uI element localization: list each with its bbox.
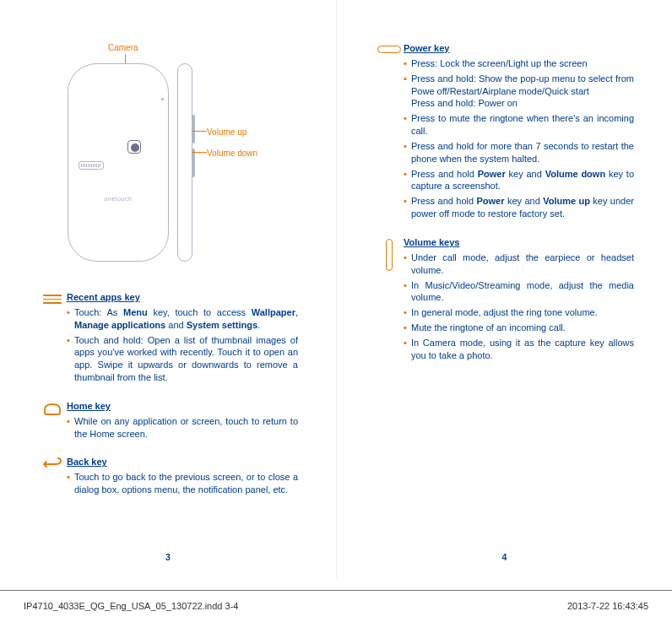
power-key-section: Power key Press: Lock the screen/Light u…	[375, 42, 634, 223]
home-key-section: Home key While on any application or scr…	[38, 400, 298, 443]
phone-back: onetouch	[68, 63, 169, 262]
recent-apps-section: Recent apps key Touch: As Menu key, touc…	[38, 291, 298, 387]
recent-apps-icon	[38, 295, 67, 304]
list-item: Press and hold Power key and Volume down…	[404, 168, 634, 193]
list-item: Press and hold for more than 7 seconds t…	[404, 140, 634, 165]
list-item: In Music/Video/Streaming mode, adjust th…	[404, 279, 634, 305]
home-icon	[42, 401, 62, 416]
page-number-right: 4	[337, 551, 672, 563]
volume-keys-icon	[386, 239, 393, 271]
phone-diagram: Camera onetouch Volume up Volume down	[51, 42, 270, 274]
power-key-title: Power key	[404, 42, 634, 55]
footer-filename: IP4710_4033E_QG_Eng_USA_05_130722.indd 3…	[24, 600, 238, 613]
back-icon	[41, 457, 63, 472]
volume-up-button	[192, 115, 195, 143]
volume-down-label: Volume down	[207, 148, 257, 160]
list-item: In Camera mode, using it as the capture …	[404, 337, 634, 362]
list-item: Touch to go back to the previous screen,…	[67, 471, 298, 496]
phone-brand: onetouch	[75, 195, 161, 203]
print-footer: IP4710_4033E_QG_Eng_USA_05_130722.indd 3…	[0, 590, 672, 622]
back-key-section: Back key Touch to go back to the previou…	[38, 456, 298, 499]
list-item: Press to mute the ringtone when there's …	[404, 112, 634, 138]
volume-keys-section: Volume keys Under call mode, adjust the …	[375, 236, 634, 365]
list-item: Under call mode, adjust the earpiece or …	[404, 252, 634, 277]
volume-up-label: Volume up	[207, 127, 247, 138]
list-item: Touch and hold: Open a list of thumbnail…	[67, 334, 298, 384]
page-number-left: 3	[0, 551, 336, 563]
list-item: Press and hold: Show the pop-up menu to …	[404, 73, 634, 111]
list-item: Press: Lock the screen/Light up the scre…	[404, 57, 634, 70]
list-item: While on any application or screen, touc…	[67, 415, 298, 441]
list-item: Touch: As Menu key, touch to access Wall…	[67, 306, 298, 332]
recent-apps-title: Recent apps key	[67, 291, 298, 304]
list-item: In general mode, adjust the ring tone vo…	[404, 306, 634, 319]
camera-label: Camera	[108, 42, 138, 54]
home-key-title: Home key	[67, 400, 298, 413]
back-key-title: Back key	[67, 456, 298, 468]
volume-keys-title: Volume keys	[404, 236, 634, 249]
list-item: Mute the ringtone of an incoming call.	[404, 322, 634, 334]
footer-timestamp: 2013-7-22 16:43:45	[567, 600, 648, 613]
volume-down-button	[192, 149, 195, 177]
list-item: Press and hold Power key and Volume up k…	[404, 195, 634, 220]
phone-side	[177, 63, 192, 262]
power-key-icon	[377, 46, 401, 53]
